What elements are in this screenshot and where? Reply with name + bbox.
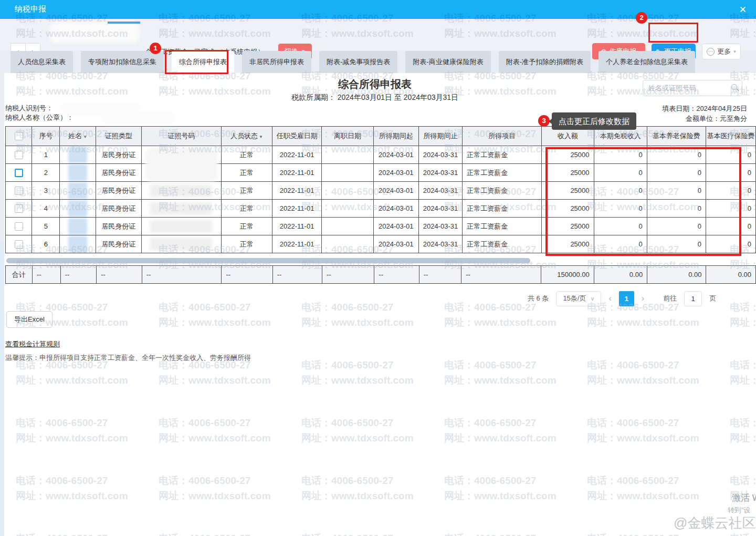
fill-date: 填表日期：2024年04月25日 xyxy=(662,104,747,114)
cell-checkbox[interactable] xyxy=(6,164,32,182)
income-table: 序号姓名▼证照类型证照号码人员状态▼任职受雇日期离职日期所得期间起所得期间止所得… xyxy=(5,126,756,253)
tab-health-insurance[interactable]: 附表-商业健康保险附表 xyxy=(405,51,490,73)
prev-page-button[interactable]: ‹ xyxy=(608,294,611,303)
more-button-label: 更多 xyxy=(717,47,731,56)
more-button[interactable]: ⋯ 更多 ▾ xyxy=(702,44,741,59)
pagination: 共 6 条 15条/页 ∨ ‹ 1 › 前往 页 xyxy=(528,290,716,307)
column-header-name[interactable]: 姓名▼ xyxy=(60,127,96,146)
row-checkbox[interactable] xyxy=(15,187,23,195)
cell-checkbox[interactable] xyxy=(6,146,32,164)
cell-medical: 0 xyxy=(706,200,756,218)
total-cell-cert_type: -- xyxy=(97,266,142,284)
column-header-leave_date: 离职日期 xyxy=(322,127,373,146)
tab-reduction-report[interactable]: 附表-减免事项报告表 xyxy=(319,51,397,73)
watermark-phone: 电话：4006-6500-27 xyxy=(159,12,250,19)
watermark-phone: 电话：4006-6500-27 xyxy=(301,12,393,19)
cell-income: 25000 xyxy=(542,182,594,200)
cell-period_start: 2024-03-01 xyxy=(373,200,418,218)
window-title: 纳税申报 xyxy=(15,4,46,14)
redacted-name xyxy=(68,164,87,181)
column-header-hire_date: 任职受雇日期 xyxy=(272,127,322,146)
cell-no: 1 xyxy=(32,146,60,164)
cell-no: 4 xyxy=(32,200,60,218)
row-checkbox[interactable] xyxy=(15,240,23,249)
column-header-no: 序号 xyxy=(32,127,60,146)
column-header-item: 所得项目 xyxy=(463,127,542,146)
cell-pension: 0 xyxy=(647,146,706,164)
cell-cert_no xyxy=(141,182,221,200)
cell-period_start: 2024-03-01 xyxy=(373,182,418,200)
cell-name xyxy=(60,182,96,200)
row-checkbox[interactable] xyxy=(15,169,23,177)
total-cell-cert_no: -- xyxy=(142,266,222,284)
sort-caret-icon[interactable]: ▼ xyxy=(259,135,263,139)
cell-leave_date xyxy=(322,218,373,235)
export-excel-button[interactable]: 导出Excel xyxy=(6,311,52,328)
row-checkbox[interactable] xyxy=(15,204,23,213)
totals-table: 合计--------------------150000.000.000.000… xyxy=(5,265,756,284)
cell-period_end: 2024-03-31 xyxy=(418,218,463,235)
search-icon[interactable] xyxy=(731,84,737,90)
cell-period_start: 2024-03-01 xyxy=(373,164,418,182)
cell-status: 正常 xyxy=(222,235,272,253)
cell-hire_date: 2022-11-01 xyxy=(272,200,322,218)
table-row: 6居民身份证正常2022-11-012024-03-012024-03-31正常… xyxy=(6,235,756,253)
tip-text: 温馨提示：申报所得项目支持正常工资薪金、全年一次性奖金收入、劳务报酬所得 xyxy=(5,353,251,363)
total-cell-leave_date: -- xyxy=(322,266,374,284)
cell-checkbox[interactable] xyxy=(6,182,32,200)
cell-cert_no xyxy=(141,218,221,235)
goto-page-input[interactable] xyxy=(684,291,702,306)
table-row: 2居民身份证正常2022-11-012024-03-012024-03-31正常… xyxy=(6,164,756,182)
cell-medical: 0 xyxy=(706,218,756,235)
cell-tax_free: 0 xyxy=(594,164,647,182)
annotation-step-2: 2 xyxy=(636,12,647,24)
cell-hire_date: 2022-11-01 xyxy=(272,146,322,164)
activate-windows-subtext: 转到"设 xyxy=(728,506,751,515)
page-size-select[interactable]: 15条/页 ∨ xyxy=(556,291,601,306)
tab-pension-deduction[interactable]: 个人养老金扣除信息采集表 xyxy=(598,51,695,73)
annotation-step-1: 1 xyxy=(150,43,161,54)
tab-special-deduction[interactable]: 专项附加扣除信息采集 xyxy=(81,51,164,73)
sort-caret-icon[interactable]: ▼ xyxy=(83,135,87,139)
tax-rule-link[interactable]: 查看税金计算规则 xyxy=(5,339,60,349)
window-left-edge xyxy=(0,242,4,536)
row-checkbox[interactable] xyxy=(15,222,23,231)
horizontal-scrollbar[interactable] xyxy=(6,258,530,263)
search-input[interactable] xyxy=(648,80,727,96)
total-cell-income: 150000.00 xyxy=(541,266,594,284)
redacted-logo-accent xyxy=(108,22,140,24)
cell-medical: 0 xyxy=(706,235,756,253)
cell-name xyxy=(60,164,96,182)
tooltip-correction-hint: 点击更正后修改数据 xyxy=(552,112,636,130)
tab-comprehensive-income[interactable]: 综合所得申报表 xyxy=(172,51,234,73)
column-header-status[interactable]: 人员状态▼ xyxy=(222,127,272,146)
cell-pension: 0 xyxy=(647,218,706,235)
total-cell-medical: 0.00 xyxy=(706,266,756,284)
redacted-cert_no xyxy=(150,238,212,251)
column-header-checkbox[interactable] xyxy=(6,127,32,146)
close-icon[interactable]: ✕ xyxy=(739,4,747,15)
cell-no: 2 xyxy=(32,164,60,182)
tax-period: 税款所属期： 2024年03月01日 至 2024年03月31日 xyxy=(0,93,750,102)
tab-personnel-info[interactable]: 人员信息采集表 xyxy=(10,51,73,73)
cell-cert_type: 居民身份证 xyxy=(96,146,141,164)
cell-item: 正常工资薪金 xyxy=(463,182,542,200)
select-all-checkbox[interactable] xyxy=(15,132,23,140)
next-page-button[interactable]: › xyxy=(642,294,644,303)
cell-checkbox[interactable] xyxy=(6,200,32,218)
redacted-name xyxy=(68,236,87,253)
total-cell-item: -- xyxy=(461,266,541,284)
tab-donation[interactable]: 附表-准予扣除的捐赠附表 xyxy=(499,51,591,73)
cell-hire_date: 2022-11-01 xyxy=(272,218,322,235)
cell-hire_date: 2022-11-01 xyxy=(272,235,322,253)
cell-item: 正常工资薪金 xyxy=(463,146,542,164)
page-number-1[interactable]: 1 xyxy=(619,291,634,306)
total-count: 共 6 条 xyxy=(528,294,549,303)
row-checkbox[interactable] xyxy=(15,151,23,159)
cell-checkbox[interactable] xyxy=(6,218,32,235)
cell-income: 25000 xyxy=(542,218,594,235)
annotation-step-3: 3 xyxy=(538,115,550,127)
cell-checkbox[interactable] xyxy=(6,235,32,253)
chevron-down-icon: ∨ xyxy=(590,295,594,302)
tab-non-resident[interactable]: 非居民所得申报表 xyxy=(242,51,311,73)
